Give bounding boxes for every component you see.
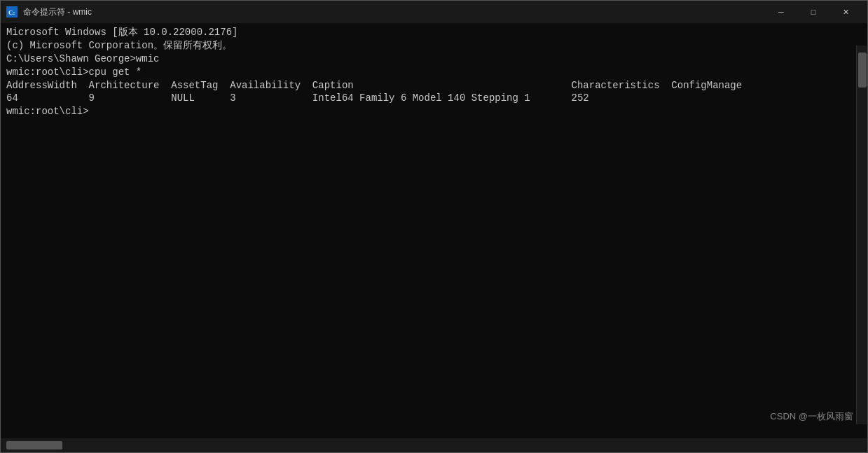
terminal-line: wmic:root\cli> bbox=[6, 105, 862, 118]
watermark: CSDN @一枚风雨窗 bbox=[770, 410, 853, 423]
svg-text:C:: C: bbox=[8, 9, 15, 16]
terminal-line: Microsoft Windows [版本 10.0.22000.2176] bbox=[6, 26, 862, 39]
terminal-line: AddressWidth Architecture AssetTag Avail… bbox=[6, 79, 862, 92]
scrollbar-thumb[interactable] bbox=[858, 53, 867, 88]
minimize-button[interactable]: ─ bbox=[765, 1, 797, 23]
cmd-window: C: 命令提示符 - wmic ─ □ ✕ Microsoft Windows … bbox=[0, 0, 868, 453]
maximize-button[interactable]: □ bbox=[797, 1, 829, 23]
horizontal-scrollbar[interactable] bbox=[6, 441, 62, 449]
terminal-line: (c) Microsoft Corporation。保留所有权利。 bbox=[6, 39, 862, 53]
close-button[interactable]: ✕ bbox=[829, 1, 862, 23]
window-title: 命令提示符 - wmic bbox=[23, 6, 92, 18]
title-bar-controls: ─ □ ✕ bbox=[765, 1, 862, 23]
title-bar-left: C: 命令提示符 - wmic bbox=[6, 6, 92, 18]
cmd-icon: C: bbox=[6, 6, 18, 18]
terminal-body[interactable]: Microsoft Windows [版本 10.0.22000.2176] (… bbox=[1, 23, 867, 438]
scrollbar-right[interactable] bbox=[856, 46, 867, 424]
bottom-bar bbox=[1, 438, 867, 452]
terminal-line: wmic:root\cli>cpu get * bbox=[6, 66, 862, 79]
title-bar: C: 命令提示符 - wmic ─ □ ✕ bbox=[1, 1, 867, 23]
terminal-line: C:\Users\Shawn George>wmic bbox=[6, 53, 862, 66]
terminal-line: 64 9 NULL 3 Intel64 Family 6 Model 140 S… bbox=[6, 92, 862, 105]
